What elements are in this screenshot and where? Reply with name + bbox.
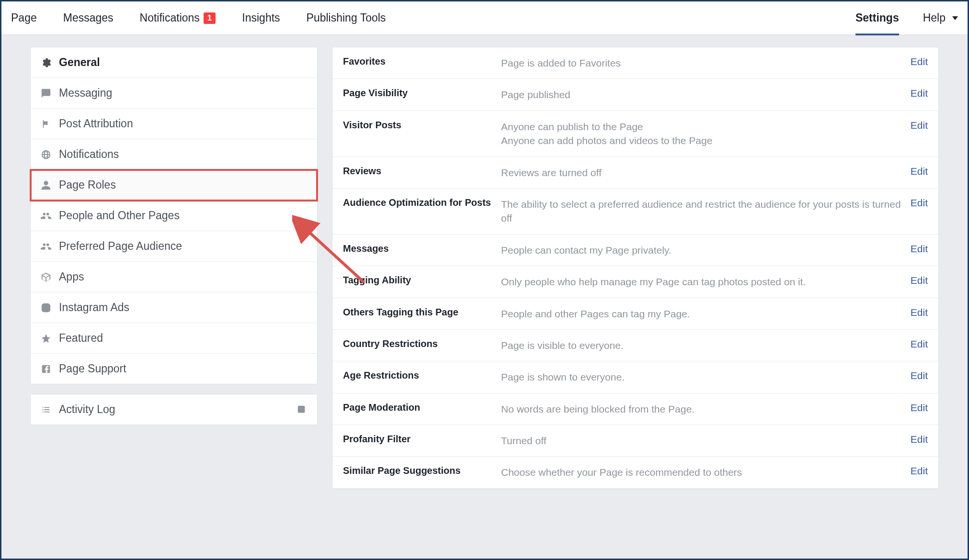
edit-link[interactable]: Edit	[911, 166, 928, 177]
sidebar-item-label: Page Roles	[59, 179, 116, 191]
nav-label: Page	[11, 11, 37, 24]
edit-link[interactable]: Edit	[911, 243, 928, 255]
setting-value: People and other Pages can tag my Page.	[501, 307, 901, 321]
sidebar-item-label: Activity Log	[59, 403, 115, 416]
svg-point-2	[48, 305, 49, 306]
setting-row-country-restrictions: Country Restrictions Page is visible to …	[332, 330, 938, 361]
sidebar-item-instagram-ads[interactable]: Instagram Ads	[31, 292, 317, 323]
setting-row-reviews: Reviews Reviews are turned off Edit	[332, 157, 938, 189]
settings-panel: Favorites Page is added to Favorites Edi…	[332, 47, 939, 489]
setting-row-similar-page-suggestions: Similar Page Suggestions Choose whether …	[332, 457, 938, 488]
sidebar-item-messaging[interactable]: Messaging	[31, 78, 317, 109]
edit-link[interactable]: Edit	[911, 307, 928, 318]
setting-row-page-moderation: Page Moderation No words are being block…	[332, 393, 938, 425]
nav-label: Help	[923, 11, 946, 24]
nav-messages[interactable]: Messages	[63, 11, 114, 24]
sidebar-item-label: Apps	[59, 270, 84, 283]
chevron-down-icon	[952, 16, 958, 20]
list-icon	[40, 404, 52, 415]
setting-value: Reviews are turned off	[501, 166, 901, 179]
sidebar-item-preferred-audience[interactable]: Preferred Page Audience	[31, 231, 317, 262]
sidebar-item-page-roles[interactable]: Page Roles	[31, 170, 317, 201]
setting-label: Others Tagging this Page	[343, 307, 501, 318]
sidebar-item-notifications[interactable]: Notifications	[31, 139, 317, 170]
nav-insights[interactable]: Insights	[242, 11, 280, 24]
flag-icon	[40, 118, 52, 130]
edit-link[interactable]: Edit	[911, 197, 928, 209]
sidebar-main-group: General Messaging Post Attribution Notif…	[30, 47, 318, 384]
top-navigation: Page Messages Notifications 1 Insights P…	[1, 1, 968, 35]
setting-value: Page is shown to everyone.	[501, 370, 901, 384]
instagram-icon	[40, 302, 52, 314]
content-area: General Messaging Post Attribution Notif…	[1, 35, 968, 501]
nav-publishing-tools[interactable]: Publishing Tools	[307, 11, 386, 24]
sidebar-item-page-support[interactable]: Page Support	[31, 354, 317, 384]
nav-label: Messages	[63, 11, 114, 24]
setting-row-audience-optimization: Audience Optimization for Posts The abil…	[332, 189, 938, 235]
setting-row-messages: Messages People can contact my Page priv…	[332, 235, 938, 266]
sidebar-item-people-other-pages[interactable]: People and Other Pages	[31, 201, 317, 231]
setting-value: Anyone can publish to the Page Anyone ca…	[501, 120, 901, 148]
sidebar-item-label: People and Other Pages	[59, 209, 180, 222]
sidebar-item-label: General	[59, 56, 100, 69]
people-icon	[40, 241, 52, 252]
setting-value: Only people who help manage my Page can …	[501, 275, 901, 289]
goto-icon	[296, 404, 308, 415]
setting-row-age-restrictions: Age Restrictions Page is shown to everyo…	[332, 361, 938, 393]
sidebar-item-general[interactable]: General	[31, 47, 317, 78]
sidebar-item-label: Post Attribution	[59, 117, 133, 130]
edit-link[interactable]: Edit	[911, 88, 928, 99]
nav-label: Publishing Tools	[307, 11, 386, 24]
setting-label: Reviews	[343, 166, 501, 177]
edit-link[interactable]: Edit	[911, 56, 928, 67]
edit-link[interactable]: Edit	[911, 275, 928, 286]
setting-value: Page is added to Favorites	[501, 56, 901, 70]
gear-icon	[40, 57, 52, 68]
setting-label: Similar Page Suggestions	[343, 465, 501, 476]
setting-value: The ability to select a preferred audien…	[501, 197, 901, 225]
sidebar-item-label: Preferred Page Audience	[59, 240, 182, 253]
nav-settings[interactable]: Settings	[855, 11, 899, 24]
setting-label: Page Visibility	[343, 88, 501, 99]
sidebar-item-label: Notifications	[59, 148, 119, 161]
nav-help[interactable]: Help	[923, 11, 958, 24]
setting-value: No words are being blocked from the Page…	[501, 402, 901, 416]
edit-link[interactable]: Edit	[911, 434, 928, 445]
setting-row-page-visibility: Page Visibility Page published Edit	[332, 79, 938, 111]
setting-value: Turned off	[501, 434, 901, 448]
facebook-icon	[40, 363, 52, 375]
setting-label: Messages	[343, 243, 501, 254]
svg-point-1	[44, 306, 47, 309]
box-icon	[40, 271, 52, 283]
setting-value: People can contact my Page privately.	[501, 243, 901, 257]
setting-label: Age Restrictions	[343, 370, 501, 381]
setting-label: Country Restrictions	[343, 338, 501, 349]
edit-link[interactable]: Edit	[911, 370, 928, 381]
nav-label: Notifications	[140, 11, 200, 24]
sidebar-item-post-attribution[interactable]: Post Attribution	[31, 109, 317, 139]
nav-page[interactable]: Page	[11, 11, 37, 24]
edit-link[interactable]: Edit	[911, 402, 928, 414]
setting-label: Audience Optimization for Posts	[343, 197, 501, 208]
setting-label: Profanity Filter	[343, 434, 501, 445]
edit-link[interactable]: Edit	[911, 338, 928, 350]
star-icon	[40, 333, 52, 344]
person-icon	[40, 179, 52, 191]
nav-notifications[interactable]: Notifications 1	[140, 11, 216, 24]
sidebar-item-label: Page Support	[59, 362, 126, 375]
setting-row-profanity-filter: Profanity Filter Turned off Edit	[332, 425, 938, 457]
settings-sidebar: General Messaging Post Attribution Notif…	[30, 47, 318, 489]
sidebar-item-label: Featured	[59, 332, 103, 345]
sidebar-item-label: Messaging	[59, 87, 112, 100]
sidebar-item-activity-log[interactable]: Activity Log	[31, 394, 317, 425]
people-icon	[40, 210, 52, 222]
sidebar-item-apps[interactable]: Apps	[31, 262, 317, 292]
setting-label: Tagging Ability	[343, 275, 501, 286]
globe-icon	[40, 149, 52, 160]
setting-label: Page Moderation	[343, 402, 501, 413]
edit-link[interactable]: Edit	[911, 120, 928, 131]
nav-label: Settings	[855, 11, 899, 24]
sidebar-item-featured[interactable]: Featured	[31, 323, 317, 354]
edit-link[interactable]: Edit	[911, 465, 928, 477]
sidebar-activity-group: Activity Log	[30, 394, 318, 425]
